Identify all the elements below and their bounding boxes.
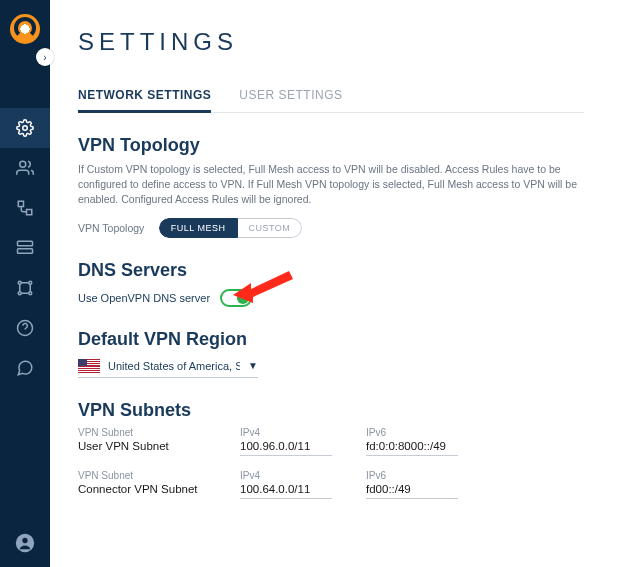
subnet-ipv6-label: IPv6 [366, 470, 458, 481]
section-dns-servers: DNS Servers Use OpenVPN DNS server [78, 260, 584, 307]
account-icon [15, 533, 35, 553]
settings-tabs: NETWORK SETTINGS USER SETTINGS [78, 82, 584, 113]
subnet-ipv6-input[interactable]: fd:0:0:8000::/49 [366, 438, 458, 456]
topology-full-mesh-button[interactable]: FULL MESH [159, 218, 238, 238]
page-title: SETTINGS [78, 28, 584, 56]
subnet-row-user: VPN SubnetUser VPN Subnet IPv4100.96.0.0… [78, 427, 584, 456]
topology-label: VPN Topology [78, 222, 144, 234]
svg-point-15 [22, 538, 27, 543]
region-select[interactable]: United States of America, S ▼ [78, 356, 258, 378]
subnet-ipv4-label: IPv4 [240, 470, 332, 481]
sidebar-item-networks[interactable] [0, 188, 50, 228]
main-content: SETTINGS NETWORK SETTINGS USER SETTINGS … [50, 0, 620, 567]
network-icon [16, 199, 34, 217]
section-default-region: Default VPN Region United States of Amer… [78, 329, 584, 378]
subnet-name-value: User VPN Subnet [78, 438, 206, 455]
svg-point-9 [29, 281, 32, 284]
subnet-ipv6-label: IPv6 [366, 427, 458, 438]
chat-icon [16, 359, 34, 377]
users-icon [16, 159, 34, 177]
subnet-name-value: Connector VPN Subnet [78, 481, 206, 498]
section-vpn-topology: VPN Topology If Custom VPN topology is s… [78, 135, 584, 238]
heading-default-region: Default VPN Region [78, 329, 584, 350]
help-icon [16, 319, 34, 337]
section-vpn-subnets: VPN Subnets VPN SubnetUser VPN Subnet IP… [78, 400, 584, 499]
dns-toggle-label: Use OpenVPN DNS server [78, 292, 210, 304]
subnet-row-connector: VPN SubnetConnector VPN Subnet IPv4100.6… [78, 470, 584, 499]
svg-point-11 [29, 292, 32, 295]
sidebar-nav [0, 108, 50, 388]
heading-dns-servers: DNS Servers [78, 260, 584, 281]
tab-network-settings[interactable]: NETWORK SETTINGS [78, 82, 211, 112]
caret-down-icon: ▼ [248, 360, 258, 371]
gear-icon [16, 119, 34, 137]
dns-toggle[interactable] [220, 289, 252, 307]
sidebar-item-logs[interactable] [0, 348, 50, 388]
subnet-ipv6-input[interactable]: fd00::/49 [366, 481, 458, 499]
subnet-name-label: VPN Subnet [78, 470, 206, 481]
svg-rect-2 [18, 201, 23, 206]
region-value: United States of America, S [108, 360, 240, 372]
toggle-knob-icon [237, 292, 249, 304]
sidebar-item-users[interactable] [0, 148, 50, 188]
topology-toggle: FULL MESH CUSTOM [159, 218, 303, 238]
subnet-ipv4-input[interactable]: 100.96.0.0/11 [240, 438, 332, 456]
sidebar-account-button[interactable] [0, 533, 50, 553]
heading-vpn-topology: VPN Topology [78, 135, 584, 156]
svg-point-0 [23, 126, 28, 131]
svg-rect-4 [18, 241, 33, 246]
tab-user-settings[interactable]: USER SETTINGS [239, 82, 342, 112]
sidebar-item-hosts[interactable] [0, 228, 50, 268]
openvpn-logo-icon [10, 14, 40, 44]
subnet-ipv4-input[interactable]: 100.64.0.0/11 [240, 481, 332, 499]
topology-custom-button[interactable]: CUSTOM [238, 218, 303, 238]
subnet-ipv4-label: IPv4 [240, 427, 332, 438]
sidebar-item-help[interactable] [0, 308, 50, 348]
topology-description: If Custom VPN topology is selected, Full… [78, 162, 584, 208]
sidebar-item-settings[interactable] [0, 108, 50, 148]
svg-point-8 [18, 281, 21, 284]
sidebar-item-access[interactable] [0, 268, 50, 308]
us-flag-icon [78, 359, 100, 373]
heading-vpn-subnets: VPN Subnets [78, 400, 584, 421]
svg-point-10 [18, 292, 21, 295]
sidebar: › [0, 0, 50, 567]
svg-rect-3 [27, 210, 32, 215]
subnet-name-label: VPN Subnet [78, 427, 206, 438]
topology-icon [16, 279, 34, 297]
server-icon [16, 239, 34, 257]
svg-rect-5 [18, 249, 33, 254]
svg-point-1 [20, 161, 26, 167]
